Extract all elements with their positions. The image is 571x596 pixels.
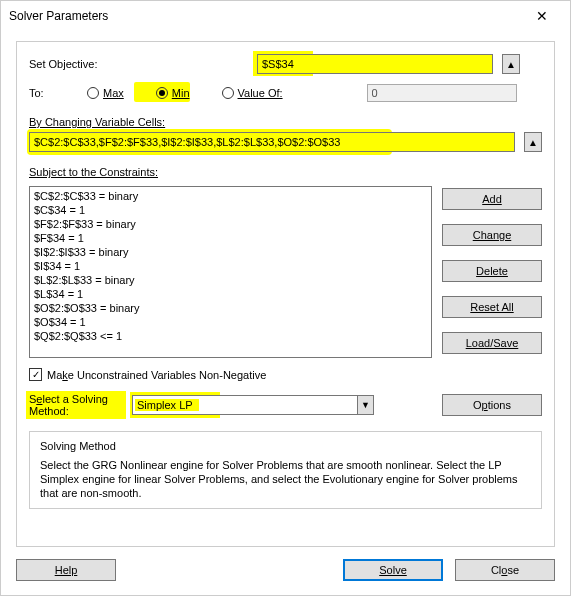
- constraint-item[interactable]: $C$2:$C$33 = binary: [34, 189, 427, 203]
- solving-method-desc: Select the GRG Nonlinear engine for Solv…: [40, 458, 531, 500]
- radio-max[interactable]: Max: [87, 87, 124, 99]
- constraints-list[interactable]: $C$2:$C$33 = binary $C$34 = 1 $F$2:$F$33…: [29, 186, 432, 358]
- constraints-label: Subject to the Constraints:: [29, 166, 542, 178]
- radio-max-label: Max: [103, 87, 124, 99]
- set-objective-label: Set Objective:: [29, 58, 251, 70]
- objective-row: Set Objective: ▲: [29, 54, 542, 74]
- method-label: Select a Solving Method:: [29, 393, 124, 417]
- constraint-item[interactable]: $I$34 = 1: [34, 259, 427, 273]
- constraints-area: $C$2:$C$33 = binary $C$34 = 1 $F$2:$F$33…: [29, 186, 542, 358]
- method-select-wrap: Simplex LP ▼: [132, 395, 374, 415]
- radio-max-circle[interactable]: [87, 87, 99, 99]
- content-area: Set Objective: ▲ To: Max Min: [1, 31, 570, 547]
- chevron-down-icon: ▼: [357, 396, 373, 414]
- main-panel: Set Objective: ▲ To: Max Min: [16, 41, 555, 547]
- change-button[interactable]: Change: [442, 224, 542, 246]
- constraint-item[interactable]: $Q$2:$Q$33 <= 1: [34, 329, 427, 343]
- close-button[interactable]: Close: [455, 559, 555, 581]
- constraint-item[interactable]: $C$34 = 1: [34, 203, 427, 217]
- constraint-item[interactable]: $O$2:$O$33 = binary: [34, 301, 427, 315]
- objective-input-wrap: [257, 54, 493, 74]
- reset-all-button[interactable]: Reset All: [442, 296, 542, 318]
- solving-method-title: Solving Method: [40, 440, 531, 452]
- options-button[interactable]: Options: [442, 394, 542, 416]
- constraint-item[interactable]: $F$2:$F$33 = binary: [34, 217, 427, 231]
- unconstrained-checkbox[interactable]: ✓: [29, 368, 42, 381]
- changing-cells-wrap: [29, 132, 515, 152]
- solve-button[interactable]: Solve: [343, 559, 443, 581]
- constraint-buttons: Add Change Delete Reset All Load/Save: [442, 186, 542, 358]
- close-icon[interactable]: ✕: [522, 8, 562, 24]
- method-row: Select a Solving Method: Simplex LP ▼ Op…: [29, 393, 542, 417]
- delete-button[interactable]: Delete: [442, 260, 542, 282]
- help-button[interactable]: Help: [16, 559, 116, 581]
- changing-cells-input[interactable]: [29, 132, 515, 152]
- radio-min-circle[interactable]: [156, 87, 168, 99]
- unconstrained-label: Make Unconstrained Variables Non-Negativ…: [47, 369, 266, 381]
- radio-valueof-circle[interactable]: [222, 87, 234, 99]
- radio-valueof-label: Value Of:: [238, 87, 283, 99]
- add-button[interactable]: Add: [442, 188, 542, 210]
- cells-range-selector-icon[interactable]: ▲: [524, 132, 542, 152]
- titlebar: Solver Parameters ✕: [1, 1, 570, 31]
- radio-min-label: Min: [172, 87, 190, 99]
- method-select-value: Simplex LP: [135, 399, 199, 411]
- solving-method-desc-box: Solving Method Select the GRG Nonlinear …: [29, 431, 542, 509]
- bottom-bar: Help Solve Close: [1, 547, 570, 595]
- changing-cells-label: By Changing Variable Cells:: [29, 116, 542, 128]
- unconstrained-row[interactable]: ✓ Make Unconstrained Variables Non-Negat…: [29, 368, 542, 381]
- constraint-item[interactable]: $O$34 = 1: [34, 315, 427, 329]
- radio-min[interactable]: Min: [152, 85, 194, 101]
- constraint-item[interactable]: $F$34 = 1: [34, 231, 427, 245]
- changing-cells-row: ▲: [29, 132, 542, 152]
- to-label: To:: [29, 87, 59, 99]
- constraint-item[interactable]: $I$2:$I$33 = binary: [34, 245, 427, 259]
- constraint-item[interactable]: $L$34 = 1: [34, 287, 427, 301]
- objective-range-selector-icon[interactable]: ▲: [502, 54, 520, 74]
- constraint-item[interactable]: $L$2:$L$33 = binary: [34, 273, 427, 287]
- solver-dialog: Solver Parameters ✕ Set Objective: ▲ To:…: [0, 0, 571, 596]
- radio-valueof[interactable]: Value Of:: [222, 87, 283, 99]
- objective-input[interactable]: [257, 54, 493, 74]
- valueof-input[interactable]: [367, 84, 517, 102]
- method-select[interactable]: Simplex LP ▼: [132, 395, 374, 415]
- to-row: To: Max Min Value Of:: [29, 84, 542, 102]
- load-save-button[interactable]: Load/Save: [442, 332, 542, 354]
- window-title: Solver Parameters: [9, 9, 522, 23]
